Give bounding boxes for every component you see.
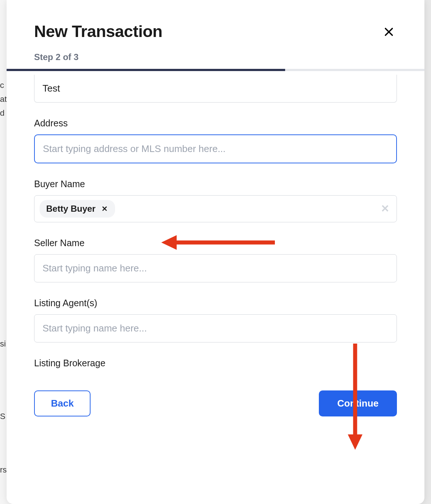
form-area: Address Buyer Name Betty Buyer ✕ ✕ Selle… bbox=[7, 75, 424, 368]
buyer-tag: Betty Buyer ✕ bbox=[40, 200, 115, 218]
progress-bar bbox=[7, 69, 424, 71]
remove-tag-button[interactable]: ✕ bbox=[101, 205, 108, 212]
close-icon bbox=[384, 27, 394, 37]
progress-fill bbox=[7, 69, 285, 71]
listing-brokerage-label: Listing Brokerage bbox=[34, 358, 397, 368]
backdrop-fragment: S bbox=[0, 412, 5, 421]
address-input[interactable] bbox=[34, 134, 397, 163]
new-transaction-modal: New Transaction Step 2 of 3 Address Buye… bbox=[7, 0, 424, 504]
modal-title: New Transaction bbox=[34, 22, 162, 41]
buyer-name-label: Buyer Name bbox=[34, 179, 397, 189]
modal-header: New Transaction bbox=[7, 0, 424, 41]
step-indicator: Step 2 of 3 bbox=[7, 41, 424, 69]
address-label: Address bbox=[34, 118, 397, 129]
backdrop-fragment: rs bbox=[0, 465, 7, 475]
backdrop-fragment: d bbox=[0, 108, 4, 118]
listing-agent-input[interactable] bbox=[34, 314, 397, 342]
footer-buttons: Back Continue bbox=[7, 390, 424, 416]
back-button[interactable]: Back bbox=[34, 390, 91, 416]
listing-agent-label: Listing Agent(s) bbox=[34, 298, 397, 308]
backdrop-fragment: at bbox=[0, 94, 7, 104]
buyer-name-input[interactable]: Betty Buyer ✕ ✕ bbox=[34, 195, 397, 222]
transaction-name-input[interactable] bbox=[34, 75, 397, 103]
backdrop-fragment: c bbox=[0, 81, 4, 90]
continue-button[interactable]: Continue bbox=[319, 390, 397, 416]
buyer-tag-label: Betty Buyer bbox=[46, 204, 96, 214]
seller-name-input[interactable] bbox=[34, 254, 397, 282]
clear-buyers-button[interactable]: ✕ bbox=[381, 204, 389, 214]
close-button[interactable] bbox=[381, 24, 397, 41]
seller-name-label: Seller Name bbox=[34, 238, 397, 248]
backdrop-fragment: si bbox=[0, 339, 6, 349]
